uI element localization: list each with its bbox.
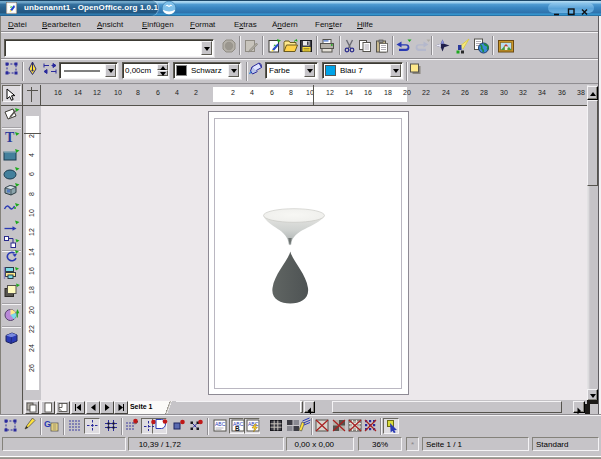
svg-text:G: G <box>44 419 51 429</box>
svg-text:T: T <box>5 130 15 145</box>
svg-text:B: B <box>235 425 240 432</box>
svg-text:ABC: ABC <box>248 421 259 427</box>
svg-text:ABC: ABC <box>215 421 226 427</box>
